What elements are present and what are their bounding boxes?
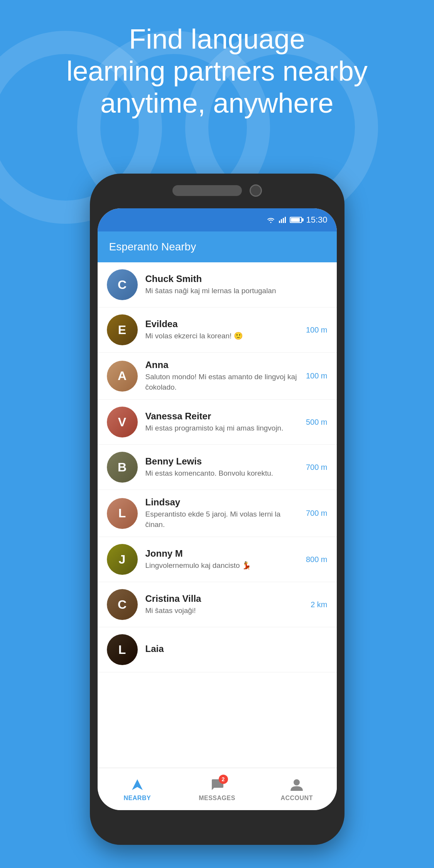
- user-bio: Mi estas programisto kaj mi amas lingvoj…: [145, 423, 302, 434]
- account-icon: [289, 777, 304, 792]
- user-name: Laia: [145, 643, 328, 654]
- list-item[interactable]: VVanessa ReiterMi estas programisto kaj …: [98, 400, 337, 445]
- user-bio: Mi estas komencanto. Bonvolu korektu.: [145, 468, 302, 479]
- user-distance: 700 m: [306, 463, 328, 472]
- avatar: C: [107, 589, 138, 620]
- user-info: EvildeaMi volas ekzerci la korean! 🙂: [145, 319, 302, 341]
- user-distance: 800 m: [306, 555, 328, 564]
- battery-icon: [290, 217, 302, 223]
- user-bio: Lingvolernemulo kaj dancisto 💃: [145, 561, 302, 571]
- svg-rect-1: [281, 219, 282, 223]
- avatar: L: [107, 634, 138, 665]
- list-item[interactable]: LLindsayEsperantisto ekde 5 jaroj. Mi vo…: [98, 490, 337, 537]
- signal-icon: [279, 217, 286, 223]
- user-name: Cristina Villa: [145, 593, 307, 604]
- avatar: J: [107, 544, 138, 575]
- nearby-icon: [130, 777, 145, 792]
- app-bar: Esperanto Nearby: [98, 231, 337, 262]
- svg-point-5: [294, 779, 300, 785]
- user-name: Benny Lewis: [145, 456, 302, 467]
- avatar: C: [107, 269, 138, 300]
- hero-text: Find language learning partners nearby a…: [0, 23, 434, 119]
- svg-marker-4: [132, 779, 143, 790]
- user-info: Laia: [145, 643, 328, 656]
- phone-camera: [250, 184, 262, 197]
- user-bio: Mi ŝatas naĝi kaj mi lernas la portugala…: [145, 286, 328, 296]
- hero-line1: Find language: [129, 24, 305, 54]
- screen-content: CChuck SmithMi ŝatas naĝi kaj mi lernas …: [98, 262, 337, 810]
- user-info: Benny LewisMi estas komencanto. Bonvolu …: [145, 456, 302, 479]
- user-name: Jonny M: [145, 548, 302, 559]
- user-bio: Saluton mondo! Mi estas amanto de lingvo…: [145, 372, 302, 392]
- hero-line2: learning partners nearby: [66, 56, 367, 86]
- user-name: Lindsay: [145, 497, 302, 508]
- user-info: LindsayEsperantisto ekde 5 jaroj. Mi vol…: [145, 497, 302, 530]
- account-label: ACCOUNT: [280, 795, 313, 802]
- user-name: Vanessa Reiter: [145, 411, 302, 422]
- status-bar: 15:30: [98, 208, 337, 231]
- user-distance: 500 m: [306, 418, 328, 427]
- svg-rect-2: [283, 218, 284, 223]
- messages-icon: 2: [209, 777, 225, 792]
- nav-item-account[interactable]: ACCOUNT: [257, 773, 337, 806]
- list-item[interactable]: CCristina VillaMi ŝatas vojaĝi!2 km: [98, 582, 337, 627]
- status-time: 15:30: [306, 215, 327, 225]
- user-bio: Mi ŝatas vojaĝi!: [145, 606, 307, 616]
- user-info: Chuck SmithMi ŝatas naĝi kaj mi lernas l…: [145, 274, 328, 296]
- avatar: A: [107, 361, 138, 392]
- nav-item-nearby[interactable]: NEARBY: [98, 773, 177, 806]
- list-item[interactable]: JJonny MLingvolernemulo kaj dancisto 💃80…: [98, 537, 337, 582]
- nav-item-messages[interactable]: 2 MESSAGES: [177, 773, 257, 806]
- user-bio: Esperantisto ekde 5 jaroj. Mi volas lern…: [145, 509, 302, 530]
- avatar: B: [107, 452, 138, 483]
- user-distance: 100 m: [306, 372, 328, 380]
- avatar: V: [107, 407, 138, 437]
- avatar: E: [107, 314, 138, 345]
- messages-label: MESSAGES: [199, 795, 235, 802]
- user-distance: 2 km: [311, 600, 327, 609]
- phone-speaker: [172, 185, 242, 196]
- list-item[interactable]: CChuck SmithMi ŝatas naĝi kaj mi lernas …: [98, 262, 337, 307]
- svg-rect-0: [279, 221, 280, 223]
- user-info: Cristina VillaMi ŝatas vojaĝi!: [145, 593, 307, 616]
- list-item[interactable]: BBenny LewisMi estas komencanto. Bonvolu…: [98, 445, 337, 490]
- bottom-navigation: NEARBY 2 MESSAGES: [98, 768, 337, 810]
- svg-rect-3: [285, 217, 286, 223]
- user-info: Vanessa ReiterMi estas programisto kaj m…: [145, 411, 302, 434]
- user-name: Anna: [145, 360, 302, 370]
- list-item[interactable]: LLaia: [98, 627, 337, 672]
- user-bio: Mi volas ekzerci la korean! 🙂: [145, 331, 302, 341]
- phone-notch: [172, 184, 262, 197]
- status-icons: 15:30: [267, 215, 327, 225]
- list-item[interactable]: AAnnaSaluton mondo! Mi estas amanto de l…: [98, 353, 337, 400]
- user-name: Chuck Smith: [145, 274, 328, 284]
- phone-frame: 15:30 Esperanto Nearby CChuck SmithMi ŝa…: [90, 174, 344, 845]
- user-distance: 100 m: [306, 326, 328, 334]
- app-title: Esperanto Nearby: [109, 241, 196, 253]
- user-name: Evildea: [145, 319, 302, 329]
- user-list[interactable]: CChuck SmithMi ŝatas naĝi kaj mi lernas …: [98, 262, 337, 768]
- list-item[interactable]: EEvildeaMi volas ekzerci la korean! 🙂100…: [98, 307, 337, 353]
- nearby-label: NEARBY: [124, 795, 151, 802]
- user-distance: 700 m: [306, 509, 328, 518]
- messages-badge: 2: [219, 775, 228, 784]
- avatar: L: [107, 498, 138, 529]
- hero-line3: anytime, anywhere: [100, 88, 333, 118]
- user-info: Jonny MLingvolernemulo kaj dancisto 💃: [145, 548, 302, 571]
- user-info: AnnaSaluton mondo! Mi estas amanto de li…: [145, 360, 302, 392]
- wifi-icon: [267, 217, 275, 223]
- phone-screen: 15:30 Esperanto Nearby CChuck SmithMi ŝa…: [98, 208, 337, 810]
